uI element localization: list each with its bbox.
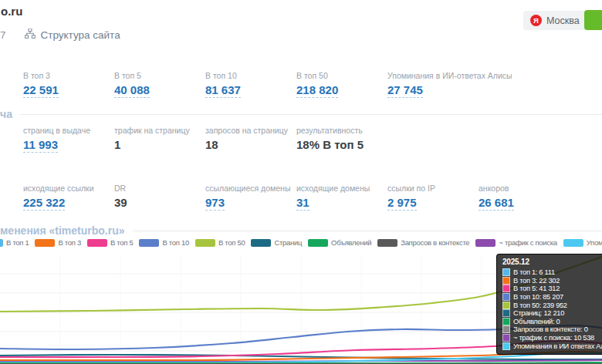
stat-label: DR (114, 184, 205, 193)
tooltip-date: 2025.12 (502, 258, 602, 266)
tooltip-row: ~ трафик с поиска: 10 538 (502, 334, 602, 342)
legend-label: Объявлений (331, 238, 371, 247)
legend-item[interactable]: Объявлений (308, 238, 371, 247)
tooltip-swatch (502, 268, 510, 276)
stat-value-link[interactable]: 26 681 (479, 196, 514, 209)
legend-item[interactable]: В топ 50 (195, 238, 245, 247)
stats-row-pages: страниц в выдаче11 993трафик на страницу… (23, 126, 364, 151)
legend-item[interactable]: Запросов в контексте (377, 238, 469, 247)
legend-label: В топ 1 (6, 238, 29, 247)
legend-swatch (475, 239, 495, 247)
changes-section-header: менения «timeturbo.ru» (0, 224, 602, 237)
legend-swatch (0, 239, 3, 247)
legend-item[interactable]: В топ 3 (35, 238, 80, 247)
stats-row-links: исходящие ссылки225 322DR39ссылающиеся д… (23, 184, 514, 209)
stat-label: Упоминания в ИИ-ответах Алисы (387, 71, 512, 80)
stat-metric: запросов на страницу18 (205, 126, 296, 151)
stat-value-link[interactable]: 22 591 (23, 83, 114, 96)
stat-metric: трафик на страницу1 (114, 126, 205, 151)
stat-metric: исходящие ссылки225 322 (23, 184, 114, 209)
legend-label: В топ 5 (110, 238, 133, 247)
stat-metric: В топ 322 591 (23, 71, 114, 96)
stat-metric: DR39 (114, 184, 205, 209)
tooltip-label: В топ 50: 239 952 (513, 302, 567, 309)
legend-item[interactable]: ~ трафик с поиска (475, 238, 556, 247)
legend-swatch (195, 239, 215, 247)
legend-label: В топ 3 (58, 238, 80, 247)
stat-label: страниц в выдаче (23, 126, 114, 135)
stat-label: результативность (296, 126, 364, 135)
stat-metric: В топ 50218 820 (296, 71, 387, 96)
tooltip-swatch (502, 334, 510, 342)
legend-swatch (308, 239, 328, 247)
legend-swatch (35, 239, 55, 247)
stat-value-link[interactable]: 11 993 (23, 138, 114, 151)
tooltip-row: В топ 50: 239 952 (502, 301, 602, 309)
stat-value-link[interactable]: 2 975 (387, 196, 479, 209)
stat-metric: В топ 1081 637 (205, 71, 296, 96)
tooltip-label: Упоминания в ИИ ответах Алисы: 25 1 (513, 342, 602, 350)
tooltip-row: Запросов в контексте: 0 (502, 325, 602, 334)
legend-label: В топ 50 (218, 238, 245, 247)
divider-line (20, 114, 602, 115)
stat-metric: страниц в выдаче11 993 (23, 126, 114, 151)
legend-swatch (251, 239, 271, 247)
yandex-icon: Я (530, 15, 542, 26)
stat-label: В топ 10 (205, 71, 296, 80)
page-title: o.ru (1, 5, 22, 18)
site-structure-label: Структура сайта (41, 29, 120, 41)
stat-metric: В топ 540 088 (114, 71, 205, 96)
stat-value: 1 (114, 138, 205, 151)
stat-metric: Упоминания в ИИ-ответах Алисы27 745 (387, 71, 512, 96)
tooltip-swatch (502, 309, 510, 317)
action-button[interactable] (584, 10, 602, 30)
chart-tooltip: 2025.12 В топ 1: 6 111В топ 3: 22 302В т… (496, 254, 602, 355)
tooltip-row: В топ 3: 22 302 (502, 277, 602, 285)
stat-value: 18% В топ 5 (296, 138, 364, 151)
legend-item[interactable]: В топ 1 (6, 238, 29, 247)
tooltip-row: В топ 10: 85 207 (502, 293, 602, 302)
tooltip-swatch (502, 293, 510, 301)
legend-label: Запросов в контексте (401, 238, 469, 247)
stat-value-link[interactable]: 973 (205, 196, 296, 209)
stat-value-link[interactable]: 225 322 (23, 196, 114, 209)
site-structure-link[interactable]: Структура сайта (25, 29, 120, 41)
region-label: Москва (546, 15, 580, 26)
tooltip-label: Страниц: 12 210 (513, 309, 564, 317)
legend-label: Упоминания в ИИ ответах Алисы (587, 238, 602, 247)
stat-label: анкоров (479, 184, 514, 193)
stat-value-link[interactable]: 31 (296, 196, 387, 209)
tooltip-swatch (502, 285, 510, 292)
tooltip-swatch (502, 302, 510, 309)
legend-item[interactable]: В топ 10 (139, 238, 188, 247)
stat-label: ссылающиеся домены (205, 184, 296, 193)
stat-value-link[interactable]: 40 088 (114, 83, 205, 96)
legend-item[interactable]: Упоминания в ИИ ответах Алисы (563, 238, 602, 247)
tooltip-row: Упоминания в ИИ ответах Алисы: 25 1 (502, 342, 602, 350)
tooltip-swatch (502, 342, 510, 350)
section-divider-1: ча (0, 108, 602, 120)
tooltip-rows: В топ 1: 6 111В топ 3: 22 302В топ 5: 41… (502, 268, 602, 350)
stat-metric: ссылающиеся домены973 (205, 184, 296, 209)
tooltip-swatch (502, 277, 510, 285)
stat-value: 39 (114, 196, 205, 209)
subnav: 7 Структура сайта (0, 29, 120, 41)
seo-dashboard: o.ru 7 Структура сайта Я Москва ча В топ… (0, 0, 602, 364)
tooltip-row: Страниц: 12 210 (502, 309, 602, 318)
tooltip-swatch (502, 318, 510, 325)
tooltip-label: ~ трафик с поиска: 10 538 (513, 334, 594, 342)
stat-label: В топ 5 (114, 71, 205, 80)
stat-label: трафик на страницу (114, 126, 205, 135)
chart-legend: В топ 1В топ 3В топ 5В топ 10В топ 50Стр… (6, 238, 602, 247)
stat-label: исходящие домены (296, 184, 387, 193)
stat-value-link[interactable]: 27 745 (387, 83, 512, 96)
stat-value-link[interactable]: 218 820 (296, 83, 387, 96)
legend-item[interactable]: В топ 5 (87, 238, 133, 247)
stat-value: 18 (205, 138, 296, 151)
stat-value-link[interactable]: 81 637 (205, 83, 296, 96)
tooltip-label: В топ 3: 22 302 (513, 277, 560, 285)
legend-item[interactable]: Страниц (251, 238, 302, 247)
legend-swatch (563, 239, 583, 247)
legend-label: ~ трафик с поиска (499, 238, 556, 247)
legend-label: В топ 10 (162, 238, 188, 247)
